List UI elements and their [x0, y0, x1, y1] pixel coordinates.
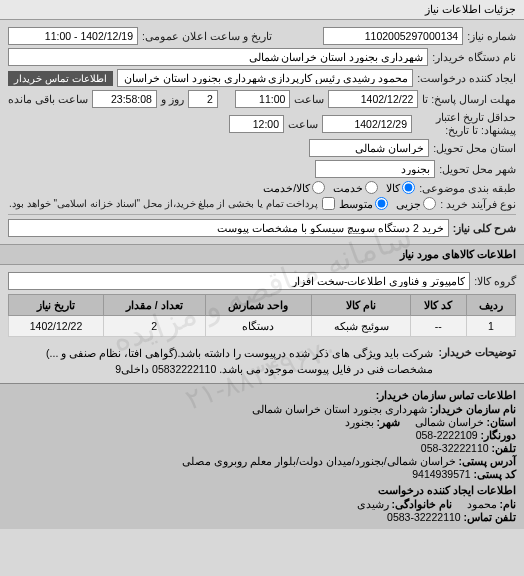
radio-goods[interactable]: کالا — [386, 181, 415, 194]
zip-value: 9414939571 — [412, 468, 470, 480]
footer-city: بجنورد — [345, 416, 374, 428]
goods-section-title: اطلاعات کالاهای مورد نیاز — [0, 244, 524, 265]
time-label-2: ساعت — [288, 118, 318, 130]
purchase-note: پرداخت تمام یا بخشی از مبلغ خرید،از محل … — [9, 198, 318, 209]
cell-date: 1402/12/22 — [9, 316, 104, 337]
radio-both[interactable]: کالا/خدمت — [263, 181, 325, 194]
cphone-label: تلفن تماس: — [464, 511, 516, 523]
purchase-type-label: نوع فرآیند خرید : — [440, 198, 516, 210]
footer-city-label: شهر: — [377, 416, 401, 428]
remain-time-label: ساعت باقی مانده — [8, 93, 88, 105]
org-name: شهرداری بجنورد استان خراسان شمالی — [252, 403, 427, 415]
fname-label: نام: — [500, 498, 517, 510]
buyer-input[interactable] — [8, 48, 428, 66]
deadline2-label: حداقل تاریخ اعتبار پیشنهاد: تا تاریخ: — [416, 111, 516, 136]
deadline2-time-input[interactable] — [229, 115, 284, 133]
creator-title: اطلاعات ایجاد کننده درخواست — [8, 484, 516, 496]
buyer-notes-text: شرکت باید ویژگی های ذکر شده درپیوست را د… — [8, 346, 433, 378]
col-idx: ردیف — [466, 295, 515, 316]
remain-days-input — [188, 90, 218, 108]
zip-label: کد پستی: — [474, 468, 516, 480]
fax-label: دورنگار: — [481, 429, 517, 441]
need-number-input[interactable] — [323, 27, 463, 45]
col-name: نام کالا — [312, 295, 411, 316]
subject-class-label: طبقه بندی موضوعی: — [419, 182, 516, 194]
footer-province: خراسان شمالی — [415, 416, 484, 428]
phone-value: 32222110-058 — [421, 442, 489, 454]
lname-value: رشیدی — [357, 498, 389, 510]
cell-idx: 1 — [466, 316, 515, 337]
fax-value: 2222109-058 — [416, 429, 478, 441]
col-code: کد کالا — [410, 295, 466, 316]
deadline2-date-input[interactable] — [322, 115, 412, 133]
org-contact-title: اطلاعات تماس سازمان خریدار: — [8, 389, 516, 401]
lname-label: نام خانوادگی: — [392, 498, 452, 510]
goods-table: ردیف کد کالا نام کالا واحد شمارش تعداد /… — [8, 294, 516, 337]
province-label: استان محل تحویل: — [433, 142, 516, 154]
address-label: آدرس پستی: — [459, 455, 516, 467]
footer-province-label: استان: — [487, 416, 517, 428]
goods-group-input[interactable] — [8, 272, 470, 290]
subject-radio-group: کالا خدمت کالا/خدمت — [263, 181, 415, 194]
address-value: خراسان شمالی/بجنورد/میدان دولت/بلوار معل… — [182, 455, 455, 467]
table-row[interactable]: 1 -- سوئیج شبکه دستگاه 2 1402/12/22 — [9, 316, 516, 337]
announce-date-label: تاریخ و ساعت اعلان عمومی: — [142, 30, 272, 42]
phone-label: تلفن: — [492, 442, 517, 454]
requester-label: ایجاد کننده درخواست: — [417, 72, 516, 84]
radio-medium[interactable]: متوسط — [339, 197, 388, 210]
city-label: شهر محل تحویل: — [439, 163, 516, 175]
treasury-checkbox[interactable] — [322, 197, 335, 210]
fname-value: محمود — [467, 498, 497, 510]
buyer-contact-button[interactable]: اطلاعات تماس خریدار — [8, 71, 113, 86]
remain-time-input — [92, 90, 157, 108]
col-date: تاریخ نیاز — [9, 295, 104, 316]
cell-code: -- — [410, 316, 466, 337]
radio-service[interactable]: خدمت — [333, 181, 378, 194]
tab-header: جزئیات اطلاعات نیاز — [0, 0, 524, 20]
buyer-label: نام دستگاه خریدار: — [432, 51, 516, 63]
buyer-notes-label: توضیحات خریدار: — [439, 346, 516, 378]
city-input[interactable] — [315, 160, 435, 178]
radio-partial[interactable]: جزیی — [396, 197, 436, 210]
goods-group-label: گروه کالا: — [474, 275, 516, 287]
col-qty: تعداد / مقدار — [103, 295, 205, 316]
cell-name: سوئیج شبکه — [312, 316, 411, 337]
footer-contact-block: اطلاعات تماس سازمان خریدار: نام سازمان خ… — [0, 383, 524, 529]
cell-qty: 2 — [103, 316, 205, 337]
province-input[interactable] — [309, 139, 429, 157]
deadline1-date-input[interactable] — [328, 90, 418, 108]
purchase-type-radio-group: جزیی متوسط — [339, 197, 436, 210]
org-name-label: نام سازمان خریدار: — [430, 403, 516, 415]
cell-unit: دستگاه — [205, 316, 312, 337]
deadline1-label: مهلت ارسال پاسخ: تا — [422, 93, 516, 105]
need-number-label: شماره نیاز: — [467, 30, 516, 42]
cphone-value: 32222110-0583 — [387, 511, 461, 523]
need-desc-label: شرح کلی نیاز: — [453, 222, 516, 234]
requester-input[interactable] — [117, 69, 414, 87]
col-unit: واحد شمارش — [205, 295, 312, 316]
need-desc-input[interactable] — [8, 219, 449, 237]
remain-days-label: روز و — [161, 93, 184, 105]
time-label-1: ساعت — [294, 93, 324, 105]
announce-date-input[interactable] — [8, 27, 138, 45]
deadline1-time-input[interactable] — [235, 90, 290, 108]
